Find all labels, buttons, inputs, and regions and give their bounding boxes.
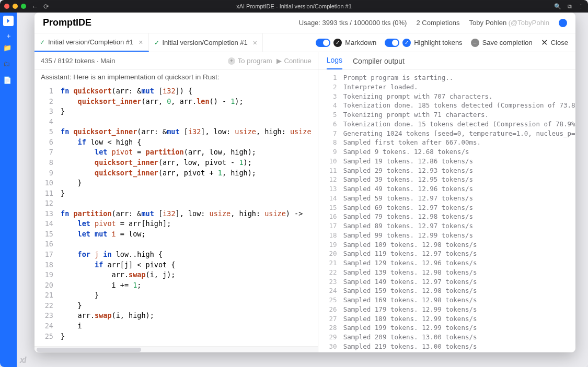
code-content[interactable] <box>61 239 318 250</box>
code-line[interactable]: 1fn quicksort(arr: &mut [i32]) { <box>34 86 318 97</box>
window-max-dot[interactable] <box>21 4 26 9</box>
line-number: 10 <box>34 178 61 188</box>
code-content[interactable]: if arr[j] < pivot { <box>61 260 318 270</box>
log-line: 27Sampled 189 tokens. 12.99 tokens/s <box>318 314 575 324</box>
code-content[interactable]: fn quicksort_inner(arr: &mut [i32], low:… <box>61 127 318 137</box>
log-text: Sampled 119 tokens. 12.97 tokens/s <box>343 249 575 258</box>
code-content[interactable]: arr.swap(i, high); <box>61 311 318 321</box>
scrollbar-thumb[interactable] <box>37 348 141 352</box>
code-line[interactable]: 11} <box>34 188 318 199</box>
code-content[interactable]: let pivot = partition(arr, low, high); <box>61 147 318 158</box>
prompt-icon[interactable] <box>3 16 14 26</box>
log-text: Sampled 39 tokens. 12.95 tokens/s <box>343 175 575 184</box>
code-content[interactable]: } <box>61 106 318 117</box>
code-line[interactable]: 24 i <box>34 321 318 332</box>
close-button[interactable]: ✕ Close <box>541 38 568 48</box>
close-icon[interactable]: × <box>253 39 257 47</box>
log-text: Tokenization done. 15 tokens detected (C… <box>343 120 575 129</box>
line-number: 6 <box>34 137 61 148</box>
horizontal-scrollbar[interactable] <box>34 346 318 352</box>
completions-count[interactable]: 2 Completions <box>416 19 459 27</box>
check-icon: ✓ <box>154 39 159 46</box>
code-content[interactable]: fn partition(arr: &mut [i32], low: usize… <box>61 209 318 219</box>
docs-icon[interactable]: 🗂 <box>3 60 11 68</box>
code-line[interactable]: 13fn partition(arr: &mut [i32], low: usi… <box>34 209 318 219</box>
log-line: 24Sampled 159 tokens. 12.98 tokens/s <box>318 286 575 295</box>
folder-icon[interactable]: 📁 <box>3 44 11 52</box>
code-line[interactable]: 14 let pivot = arr[high]; <box>34 219 318 229</box>
code-line[interactable]: 5fn quicksort_inner(arr: &mut [i32], low… <box>34 127 318 137</box>
code-content[interactable]: } <box>61 332 318 342</box>
extensions-icon[interactable]: ⧉ <box>568 3 572 10</box>
user-avatar[interactable] <box>559 19 567 27</box>
code-content[interactable]: let mut i = low; <box>61 229 318 240</box>
code-line[interactable]: 23 arr.swap(i, high); <box>34 311 318 321</box>
code-content[interactable]: let pivot = arr[high]; <box>61 219 318 229</box>
switch-icon[interactable] <box>385 39 399 47</box>
close-icon[interactable]: × <box>139 38 143 46</box>
code-content[interactable]: fn quicksort(arr: &mut [i32]) { <box>61 86 318 97</box>
nav-back-icon[interactable]: ← <box>31 3 38 10</box>
code-line[interactable]: 15 let mut i = low; <box>34 229 318 240</box>
code-content[interactable]: i += 1; <box>61 280 318 291</box>
code-line[interactable]: 7 let pivot = partition(arr, low, high); <box>34 147 318 158</box>
nav-reload-icon[interactable]: ⟳ <box>43 3 49 10</box>
code-content[interactable]: arr.swap(i, j); <box>61 270 318 280</box>
code-line[interactable]: 22 } <box>34 301 318 311</box>
markdown-label: Markdown <box>345 39 376 46</box>
user-name[interactable]: Toby Pohlen (@TobyPohln <box>469 19 549 27</box>
code-line[interactable]: 12 <box>34 198 318 209</box>
code-content[interactable] <box>61 198 318 209</box>
window-close-dot[interactable] <box>4 4 9 9</box>
code-content[interactable]: quicksort_inner(arr, pivot + 1, high); <box>61 168 318 179</box>
code-content[interactable]: if low < high { <box>61 137 318 148</box>
code-content[interactable]: } <box>61 290 318 301</box>
markdown-toggle[interactable]: ✓ Markdown <box>316 39 376 47</box>
code-line[interactable]: 10 } <box>34 178 318 188</box>
code-content[interactable]: } <box>61 188 318 199</box>
code-line[interactable]: 25} <box>34 332 318 342</box>
line-number: 7 <box>318 129 343 138</box>
save-completion-button[interactable]: – Save completion <box>471 39 533 47</box>
tab-completion-2[interactable]: ✓ Initial version/Completion #1 × <box>149 33 263 52</box>
traffic-lights[interactable] <box>4 4 26 9</box>
log-text: Sampled 149 tokens. 12.97 tokens/s <box>343 277 575 287</box>
code-content[interactable]: quicksort_inner(arr, 0, arr.len() - 1); <box>61 97 318 107</box>
log-output[interactable]: 1Prompt program is starting..2Interprete… <box>318 70 575 352</box>
code-line[interactable]: 19 arr.swap(i, j); <box>34 270 318 280</box>
code-content[interactable]: } <box>61 301 318 311</box>
code-line[interactable]: 20 i += 1; <box>34 280 318 291</box>
window-min-dot[interactable] <box>13 4 18 9</box>
line-number: 12 <box>34 198 61 209</box>
plus-circle-icon[interactable]: ＋ <box>4 31 13 41</box>
code-line[interactable]: 21 } <box>34 290 318 301</box>
code-content[interactable]: for j in low..high { <box>61 250 318 260</box>
code-line[interactable]: 9 quicksort_inner(arr, pivot + 1, high); <box>34 168 318 179</box>
switch-icon[interactable] <box>316 39 330 47</box>
code-line[interactable]: 16 <box>34 239 318 250</box>
code-content[interactable] <box>61 117 318 127</box>
code-editor[interactable]: 1fn quicksort(arr: &mut [i32]) {2 quicks… <box>34 84 318 346</box>
code-content[interactable]: } <box>61 178 318 188</box>
code-line[interactable]: 4 <box>34 117 318 127</box>
code-line[interactable]: 2 quicksort_inner(arr, 0, arr.len() - 1)… <box>34 97 318 107</box>
line-number: 10 <box>318 157 343 166</box>
code-line[interactable]: 8 quicksort_inner(arr, low, pivot - 1); <box>34 158 318 168</box>
search-icon[interactable]: 🔍 <box>554 3 561 10</box>
line-number: 4 <box>318 101 343 110</box>
code-line[interactable]: 17 for j in low..high { <box>34 250 318 260</box>
to-program-button[interactable]: + To program <box>228 57 272 65</box>
tab-logs[interactable]: Logs <box>327 56 342 69</box>
code-line[interactable]: 6 if low < high { <box>34 137 318 148</box>
tab-completion-1[interactable]: ✓ Initial version/Completion #1 × <box>34 33 149 52</box>
menu-dots-icon[interactable]: ⋮ <box>578 3 584 10</box>
page-icon[interactable]: 📄 <box>3 76 11 84</box>
code-line[interactable]: 3} <box>34 106 318 117</box>
continue-button[interactable]: ▶ Continue <box>276 57 312 65</box>
code-line[interactable]: 18 if arr[j] < pivot { <box>34 260 318 270</box>
code-content[interactable]: quicksort_inner(arr, low, pivot - 1); <box>61 158 318 168</box>
log-text: Sampled 49 tokens. 12.96 tokens/s <box>343 184 575 194</box>
code-content[interactable]: i <box>61 321 318 332</box>
tab-compiler-output[interactable]: Compiler output <box>353 57 405 69</box>
highlight-toggle[interactable]: ✓ Highlight tokens <box>385 39 463 47</box>
